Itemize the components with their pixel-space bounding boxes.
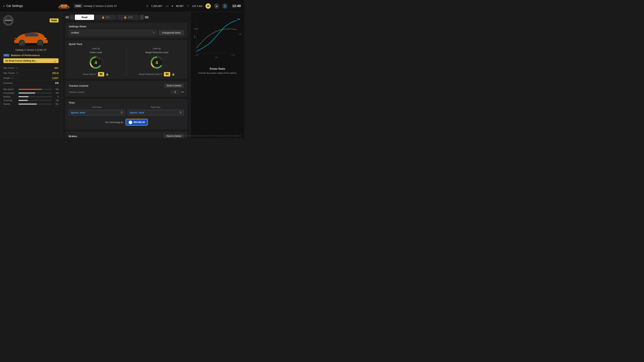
car-badge-top: N300 [74, 4, 82, 8]
perf-speed-label: Max Speed [3, 88, 17, 90]
tc-reset-button[interactable]: Reset to Default [164, 83, 184, 88]
sort-icon: ⇅ [146, 5, 148, 7]
front-tire-selector[interactable]: Sports: Hard ☰ [69, 110, 125, 115]
top-stats: ⇅ 7,254,307 ⟿ ■ 98,987 〜 127.1 km 48 ▲ 👤… [146, 3, 241, 9]
power-chart-svg: 297 253.8 1,000 7,700 rpm ft-lb HP [193, 14, 242, 61]
rear-tire-col: Rear Tires Sports: Hard ☰ [128, 106, 184, 115]
chart-section-title: Power Ratio [193, 67, 242, 70]
weight-level-up-label: Level Up [153, 47, 161, 50]
tc-header-row: Traction Control Reset to Default [69, 83, 184, 88]
power-gauge[interactable]: 4 [88, 55, 103, 70]
max-torque-label: Max Torque ft-lb [3, 72, 19, 74]
car-image-area [3, 27, 58, 47]
max-power-label: Max Power HP [3, 67, 18, 69]
edit-icon: ✎ [153, 31, 155, 34]
center-panel: L1 ‹ Road 🔒 Dirt 🔒 Drift › R1 Settings S… [62, 12, 190, 138]
brakes-title: Brakes [69, 135, 77, 138]
tires-section: Tires Front Tires Sports: Hard ☰ Rear Ti… [66, 99, 187, 129]
performance-bars: Max Speed 6.9 Acceleration 3.9 Braking 2 [3, 88, 58, 105]
car-stats: Max Power HP 297 Max Torque ft-lb 253.8 … [3, 65, 58, 86]
front-tire-type: Sports: Hard [71, 111, 85, 114]
rear-tire-selector[interactable]: Sports: Hard ☰ [128, 110, 184, 115]
stat-weight: Weight lbs. 2,937 [3, 76, 58, 81]
michelin-brand: MICHELIN [134, 121, 145, 123]
distance-value: 127.1 km [192, 4, 202, 7]
user-icon: 👤 [222, 3, 228, 9]
perf-brake-val: 2 [54, 95, 58, 98]
perf-accel-val: 3.9 [54, 92, 58, 94]
perf-stability: Stability 5.1 [3, 103, 58, 105]
brakes-reset-button[interactable]: Reset to Default [164, 134, 184, 138]
weight-level-label: Weight Reduction Level [145, 51, 168, 54]
stat-drivetrain: Drivetrain FR [3, 81, 58, 86]
top-center: N300 Fairlady Z Version S (Z33) '07 [28, 3, 146, 9]
tc-title: Traction Control [69, 84, 88, 87]
perf-corner-label: Cornering [3, 99, 17, 102]
max-power-value: 297 [54, 66, 58, 69]
weight-ratio-lock-icon: 🔒 [172, 73, 175, 76]
tab-dirt[interactable]: 🔒 Dirt [95, 14, 116, 20]
stat-max-power: Max Power HP 297 [3, 65, 58, 70]
bop-banner: BOP Balance of Performance [3, 54, 58, 57]
perf-brake-bar [18, 96, 28, 97]
tc-row: Traction Control 1 ▪▪▪ [69, 90, 184, 94]
max-torque-value: 253.8 [52, 71, 58, 74]
power-gauge-value: 4 [94, 60, 97, 65]
michelin-man-icon: ⬤ [128, 120, 132, 124]
tune-divider [126, 47, 126, 76]
tc-label: Traction Control [69, 91, 84, 93]
car-thumbnail [57, 3, 70, 9]
perf-stability-bar [18, 104, 37, 105]
brand-row: NISSAN N300 [3, 15, 58, 25]
chart-section-desc: Controls the power output of the vehicle… [193, 72, 242, 74]
perf-cornering: Cornering 1.9 [3, 99, 58, 102]
stat-max-torque: Max Torque ft-lb 253.8 [3, 70, 58, 76]
weight-ratio-value: 90 [164, 72, 170, 76]
back-button[interactable]: ‹ Car Settings [3, 4, 23, 8]
bop-note-text: for Road Course (Setting dis... [5, 59, 37, 62]
rear-tire-label: Rear Tires [151, 106, 160, 108]
quick-tune-section: Quick Tune Level Up Power Level [66, 40, 187, 79]
front-tire-col: Front Tires Sports: Hard ☰ [69, 106, 125, 115]
tab-drift[interactable]: 🔒 Drift [117, 14, 139, 20]
change-add-sheet-button[interactable]: Change/Add Sheet [159, 30, 184, 35]
perf-max-speed: Max Speed 6.9 [3, 88, 58, 90]
tab-road[interactable]: Road [75, 14, 94, 20]
svg-text:297: 297 [237, 18, 240, 20]
back-arrow-icon: ‹ [3, 4, 4, 8]
clock-display: 12:40 [232, 4, 241, 8]
weight-gauge[interactable]: 4 [149, 55, 164, 70]
svg-text:7,700: 7,700 [231, 54, 235, 56]
drivetrain-label: Drivetrain [3, 82, 13, 84]
tab-prev-button[interactable]: ‹ [70, 15, 74, 20]
mileage-value: 98,987 [176, 4, 184, 7]
quick-tune-grid: Level Up Power Level [69, 47, 184, 76]
top-bar: ‹ Car Settings N300 Fairlady Z Version S… [0, 0, 244, 12]
tc-bar-icon[interactable]: ▪▪▪ [181, 90, 184, 93]
perf-brake-label: Braking [3, 95, 17, 98]
perf-speed-val: 6.9 [54, 88, 58, 90]
svg-rect-8 [5, 20, 12, 21]
car-name-top: Fairlady Z Version S (Z33) '07 [84, 4, 117, 7]
bop-tag: BOP [3, 54, 10, 57]
michelin-logo: ⬤ MICHELIN [126, 119, 148, 125]
rear-tire-type: Sports: Hard [130, 111, 144, 114]
power-level-up-label: Level Up [92, 47, 100, 50]
perf-accel-label: Acceleration [3, 92, 17, 94]
svg-point-14 [38, 41, 42, 44]
bop-lock-icon: 🔒 [54, 59, 56, 62]
perf-speed-bar [18, 89, 42, 90]
perf-acceleration: Acceleration 3.9 [3, 92, 58, 94]
svg-text:NISSAN: NISSAN [6, 18, 11, 19]
svg-text:HP: HP [239, 33, 242, 35]
bop-note[interactable]: for Road Course (Setting dis... 🔒 [3, 58, 58, 63]
svg-rect-6 [64, 5, 67, 6]
copyright-text: © 2021 Sony Interactive Entertainment In… [182, 135, 242, 137]
sheet-name-input[interactable]: Untitled ✎ [69, 30, 157, 35]
tires-grid: Front Tires Sports: Hard ☰ Rear Tires Sp… [69, 106, 184, 115]
svg-point-4 [66, 7, 68, 9]
tab-next-button[interactable]: › [140, 15, 144, 20]
perf-braking: Braking 2 [3, 95, 58, 98]
traction-control-section: Traction Control Reset to Default Tracti… [66, 81, 187, 97]
chart-icon: ⟿ [165, 5, 168, 7]
